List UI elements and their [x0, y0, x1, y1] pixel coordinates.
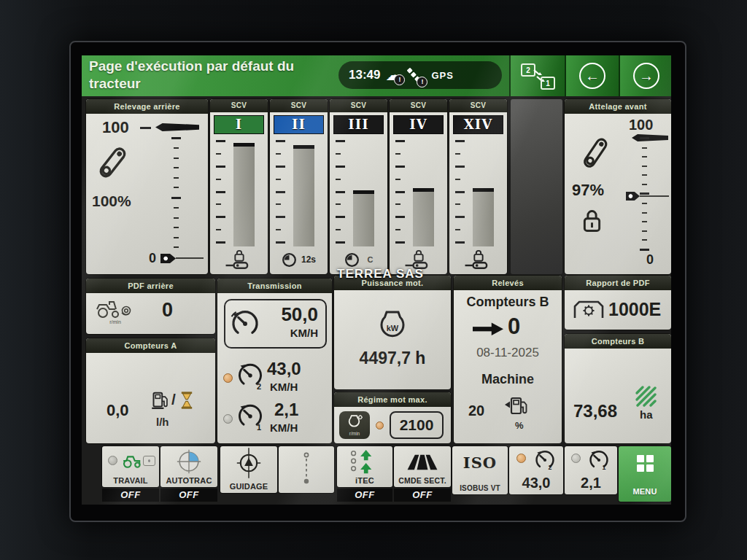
- gps-alert-badge: !: [417, 77, 427, 88]
- travail-button[interactable]: TRAVAIL: [102, 446, 159, 487]
- transmission-module[interactable]: Transmission 50,0 KM/H 2 43,0 KM/H: [217, 279, 332, 443]
- travail-label: TRAVAIL: [102, 476, 159, 485]
- rear-pto-unit: r/min: [95, 319, 136, 324]
- drawbar-line: [176, 257, 204, 259]
- speed-a-value: 2,1: [565, 475, 617, 491]
- section-control-button[interactable]: CMDE SECT.: [394, 446, 451, 487]
- scv-numeral: III: [333, 115, 384, 134]
- counters-b-module[interactable]: Compteurs B 73,68 ha: [565, 334, 671, 443]
- scv-module-4[interactable]: SCV IV: [390, 99, 447, 274]
- scv-module-1[interactable]: SCV I: [210, 99, 268, 274]
- scv-numeral: IV: [393, 115, 444, 134]
- readings-date: 08-11-2025: [454, 346, 562, 360]
- speed-b-button[interactable]: 2 43,0: [509, 446, 563, 494]
- lock-icon: [473, 249, 484, 262]
- scv-bar: [473, 188, 494, 246]
- rpm-indicator-dot: [376, 421, 384, 429]
- forward-button[interactable]: →: [619, 55, 671, 96]
- hitch-icon: [225, 261, 254, 270]
- front-hitch-module[interactable]: Attelage avant 100 97% 0: [565, 99, 671, 274]
- track-line-icon: [302, 452, 311, 486]
- back-button[interactable]: ←: [565, 55, 619, 96]
- scv-module-14[interactable]: SCV XIV: [449, 99, 507, 274]
- autotrac-button[interactable]: AUTOTRAC: [160, 446, 217, 487]
- engine-max-rpm-module[interactable]: Régime mot max. r/min 2100: [334, 392, 451, 443]
- scv-module-2[interactable]: SCV II 12s: [270, 99, 328, 274]
- autotrac-label: AUTOTRAC: [160, 476, 217, 485]
- timer-icon: [282, 252, 297, 268]
- readings-title: Relevés: [454, 276, 562, 290]
- counters-a-unit: l/h: [156, 416, 169, 428]
- speed1-sub: 1: [257, 423, 261, 432]
- speed-a-button[interactable]: 1 2,1: [565, 446, 617, 494]
- front-hitch-scale-min: 0: [646, 252, 654, 268]
- menu-grid-icon: [637, 455, 654, 472]
- scv-header: SCV: [270, 99, 328, 112]
- dual-display-icon: 2 1: [521, 62, 554, 90]
- section-control-icon: [403, 452, 441, 471]
- svg-text:kW: kW: [387, 324, 399, 332]
- scv-scale: [455, 140, 464, 244]
- menu-label: MENU: [619, 487, 671, 496]
- lightbar-button[interactable]: [279, 446, 334, 493]
- engine-power-module[interactable]: Puissance mot. kW 4497,7 h: [334, 276, 451, 389]
- lock-icon: [582, 209, 602, 233]
- iso-logo: ISO: [452, 454, 508, 472]
- scv-footer: 12s: [270, 246, 328, 273]
- scv-header: SCV: [330, 99, 387, 112]
- speed2-sub: 2: [257, 382, 261, 391]
- menu-button[interactable]: MENU: [619, 446, 671, 502]
- status-pill[interactable]: 13:49 ☁! ! GPS: [338, 61, 502, 89]
- itec-button[interactable]: iTEC: [337, 446, 392, 487]
- rear-hitch-position-marker: [155, 123, 199, 131]
- counters-b-value: 73,68: [573, 401, 617, 421]
- front-hitch-scale: [639, 137, 649, 251]
- scv-slider: [214, 139, 263, 246]
- scv-slider: [274, 139, 323, 246]
- speed-b-value: 43,0: [509, 475, 563, 491]
- isobus-vt-button[interactable]: ISO ISOBUS VT: [452, 446, 508, 494]
- rear-pto-module[interactable]: PDF arrière r/min 0: [86, 279, 215, 334]
- set-speed-unit: KM/H: [290, 327, 318, 339]
- speed1-indicator-dot: [223, 414, 233, 424]
- cloud-icon: ☁!: [385, 68, 400, 82]
- speedometer-2-icon: 2: [534, 449, 556, 471]
- rear-hitch-module[interactable]: Relevage arrière 100 100% 0: [86, 99, 208, 274]
- itec-icon: [349, 449, 375, 477]
- speed1-unit: KM/H: [270, 421, 298, 434]
- scv-bar: [353, 190, 374, 246]
- set-speed-box[interactable]: 50,0 KM/H: [224, 299, 327, 349]
- timer-icon: [344, 252, 360, 268]
- scv-scale: [216, 140, 225, 244]
- svg-text:2: 2: [548, 464, 551, 471]
- speed2-indicator-dot: [223, 373, 233, 383]
- guidage-button[interactable]: GUIDAGE: [220, 446, 277, 493]
- pto-ratio-module[interactable]: Rapport de PDF 1000E: [565, 276, 671, 330]
- tractor-display-screen: Page d'exécution par défaut du tracteur …: [82, 55, 671, 505]
- engine-rpm-unit: r/min: [349, 431, 360, 436]
- isobus-vt-label: ISOBUS VT: [452, 484, 508, 492]
- scv-numeral: I: [214, 115, 264, 134]
- clock: 13:49: [349, 68, 380, 82]
- tractor-icon: [121, 453, 144, 469]
- speed1-value: 2,1: [274, 400, 298, 420]
- max-rpm-value[interactable]: 2100: [390, 411, 444, 439]
- scv-module-3[interactable]: SCV III C: [330, 99, 387, 274]
- counters-b-unit: ha: [640, 408, 653, 421]
- scv-timer-label: 12s: [301, 254, 316, 265]
- scv-bar: [413, 188, 434, 246]
- display-switch-button[interactable]: 2 1: [509, 55, 565, 96]
- speed-b-dot: [516, 454, 526, 463]
- speedometer-1-icon: 1: [588, 449, 610, 471]
- scv-numeral: II: [274, 115, 324, 134]
- lock-icon: [233, 249, 245, 262]
- readings-module[interactable]: Relevés Compteurs B 0 08-11-2025 Machine…: [454, 276, 562, 443]
- cloud-alert-badge: !: [394, 74, 405, 85]
- scv-numeral: XIV: [453, 115, 503, 134]
- engine-rpm-button[interactable]: r/min: [339, 411, 370, 439]
- section-control-state: OFF: [394, 489, 451, 502]
- counters-a-module[interactable]: Compteurs A 0,0 / l/h: [86, 338, 215, 443]
- scv-scale: [336, 140, 344, 244]
- engine-hours: 4497,7 h: [334, 349, 451, 368]
- pto-gear-icon: [572, 298, 605, 321]
